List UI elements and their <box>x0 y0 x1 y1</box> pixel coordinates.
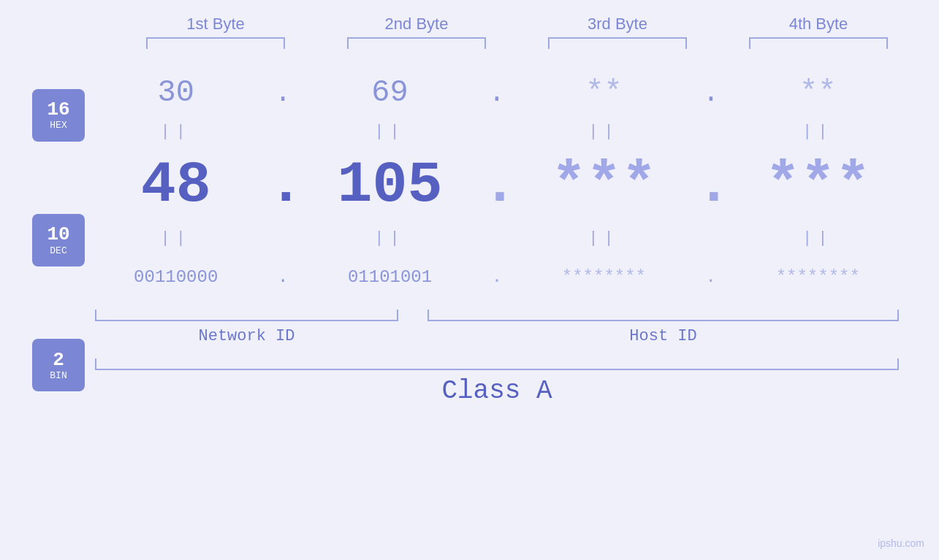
rows-container: 16 HEX 10 DEC 2 BIN 30 . 69 . ** . ** <box>0 60 939 406</box>
dec-badge-number: 10 <box>47 224 69 245</box>
bin-dot-2: . <box>482 267 512 287</box>
hex-badge: 16 HEX <box>32 89 85 142</box>
hex-badge-label: HEX <box>50 120 66 131</box>
byte-label-3: 3rd Byte <box>537 15 698 34</box>
bin-val-2: 01101001 <box>321 267 460 287</box>
byte-label-2: 2nd Byte <box>336 15 497 34</box>
host-bracket <box>427 310 899 321</box>
bin-dot-3: . <box>696 267 726 287</box>
dec-val-4: *** <box>748 152 887 218</box>
bin-val-3: ******** <box>534 267 673 287</box>
hex-val-2: 69 <box>321 75 460 110</box>
class-label: Class A <box>441 376 552 406</box>
bin-row: 00110000 . 01101001 . ******** . *******… <box>95 251 899 302</box>
dec-badge: 10 DEC <box>32 214 85 266</box>
sep-1: || <box>107 123 246 141</box>
sep-7: || <box>534 229 673 248</box>
host-id-label: Host ID <box>427 327 899 345</box>
hex-dot-3: . <box>696 77 726 109</box>
bin-badge: 2 BIN <box>32 339 85 391</box>
byte-label-4: 4th Byte <box>738 15 899 34</box>
network-id-label: Network ID <box>95 327 398 345</box>
sep-5: || <box>107 229 246 248</box>
all-value-rows: 30 . 69 . ** . ** || || || || 48 <box>95 60 899 406</box>
class-label-container: Class A <box>95 376 899 406</box>
dec-val-3: *** <box>534 152 673 218</box>
sep-4: || <box>748 123 887 141</box>
hex-val-3: ** <box>534 75 673 110</box>
top-brackets <box>115 37 919 49</box>
watermark: ipshu.com <box>878 537 924 549</box>
id-spacer <box>398 327 427 345</box>
byte-label-1: 1st Byte <box>135 15 296 34</box>
bin-badge-label: BIN <box>50 370 66 381</box>
bin-dot-1: . <box>268 267 297 287</box>
network-bracket <box>95 310 398 321</box>
sep-8: || <box>748 229 887 248</box>
dec-dot-1: . <box>268 152 297 218</box>
dec-badge-label: DEC <box>50 245 66 256</box>
id-labels: Network ID Host ID <box>95 327 899 345</box>
hex-dot-2: . <box>482 77 512 109</box>
sep-row-2: || || || || <box>95 225 899 251</box>
bottom-brackets <box>95 310 899 321</box>
bracket-top-1 <box>146 37 285 49</box>
main-container: 1st Byte 2nd Byte 3rd Byte 4th Byte 16 H… <box>0 0 939 560</box>
class-bracket <box>95 358 899 370</box>
hex-row: 30 . 69 . ** . ** <box>95 67 899 118</box>
sep-3: || <box>534 123 673 141</box>
bracket-spacer <box>398 310 427 321</box>
class-bracket-container <box>95 358 899 370</box>
bracket-top-3 <box>548 37 687 49</box>
badge-column: 16 HEX 10 DEC 2 BIN <box>0 60 95 406</box>
hex-val-4: ** <box>748 75 887 110</box>
hex-badge-number: 16 <box>47 99 69 120</box>
dec-row: 48 . 105 . *** . *** <box>95 145 899 225</box>
sep-6: || <box>321 229 460 248</box>
dec-val-1: 48 <box>107 152 246 218</box>
bin-val-1: 00110000 <box>107 267 246 287</box>
dec-val-2: 105 <box>321 152 460 218</box>
bracket-top-2 <box>347 37 486 49</box>
sep-row-1: || || || || <box>95 118 899 145</box>
bracket-top-4 <box>749 37 888 49</box>
sep-2: || <box>321 123 460 141</box>
dec-dot-2: . <box>482 152 512 218</box>
hex-dot-1: . <box>268 77 297 109</box>
hex-val-1: 30 <box>107 75 246 110</box>
bin-val-4: ******** <box>748 267 887 287</box>
bin-badge-number: 2 <box>53 350 64 371</box>
dec-dot-3: . <box>696 152 726 218</box>
byte-labels-row: 1st Byte 2nd Byte 3rd Byte 4th Byte <box>115 15 919 34</box>
